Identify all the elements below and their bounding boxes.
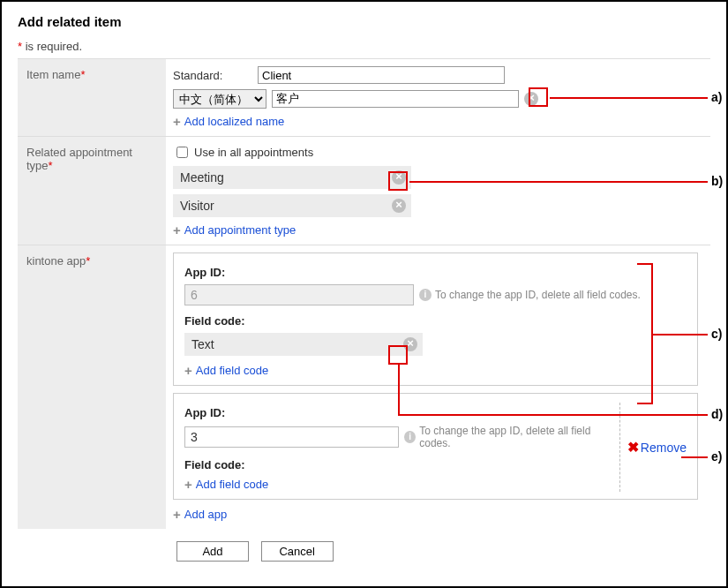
info-icon: i bbox=[419, 289, 432, 301]
remove-app-button[interactable]: ✖ Remove bbox=[627, 439, 687, 456]
kintone-app-panel: App ID: i To change the app ID, delete a… bbox=[173, 393, 698, 500]
remove-tag-icon[interactable]: × bbox=[392, 199, 406, 213]
related-type-label: Related appointment type* bbox=[18, 137, 166, 245]
item-name-label: Item name* bbox=[18, 59, 166, 136]
plus-icon: + bbox=[173, 114, 181, 129]
app-id-input[interactable] bbox=[184, 426, 399, 448]
annotation-label-c: c) bbox=[711, 327, 722, 341]
annotation-label-d: d) bbox=[711, 407, 723, 421]
app-id-hint: i To change the app ID, delete all field… bbox=[404, 425, 611, 449]
annotation-line bbox=[398, 414, 708, 416]
plus-icon: + bbox=[173, 222, 181, 237]
add-field-code-link[interactable]: + Add field code bbox=[184, 363, 268, 378]
required-note: * is required. bbox=[18, 40, 710, 53]
field-code-tag: Text × bbox=[184, 333, 423, 356]
add-button[interactable]: Add bbox=[176, 541, 249, 562]
add-app-link[interactable]: + Add app bbox=[173, 507, 227, 522]
plus-icon: + bbox=[173, 507, 181, 522]
app-id-input bbox=[184, 284, 414, 305]
add-localized-name-link[interactable]: + Add localized name bbox=[173, 114, 284, 129]
plus-icon: + bbox=[184, 477, 192, 492]
add-appointment-type-link[interactable]: + Add appointment type bbox=[173, 222, 296, 237]
annotation-line bbox=[651, 334, 708, 335]
annotation-line bbox=[550, 97, 708, 99]
asterisk-icon: * bbox=[18, 40, 22, 53]
kintone-app-panel: App ID: i To change the app ID, delete a… bbox=[173, 253, 698, 386]
annotation-line bbox=[398, 365, 400, 416]
standard-label: Standard: bbox=[173, 69, 252, 82]
app-id-hint: i To change the app ID, delete all field… bbox=[419, 289, 641, 301]
annotation-box-a bbox=[529, 87, 548, 107]
info-icon: i bbox=[404, 431, 416, 443]
appointment-type-tag: Meeting × bbox=[173, 166, 411, 189]
field-code-label: Field code: bbox=[184, 314, 687, 328]
annotation-line bbox=[409, 181, 708, 183]
cancel-button[interactable]: Cancel bbox=[261, 541, 334, 562]
use-all-label: Use in all appointments bbox=[194, 146, 313, 159]
localized-name-input[interactable] bbox=[272, 90, 519, 108]
kintone-app-label: kintone app* bbox=[18, 245, 166, 529]
app-id-label: App ID: bbox=[184, 266, 687, 279]
annotation-label-a: a) bbox=[711, 90, 722, 104]
annotation-line bbox=[637, 403, 651, 404]
x-icon: ✖ bbox=[627, 439, 639, 456]
annotation-line bbox=[637, 263, 651, 265]
annotation-label-b: b) bbox=[711, 174, 723, 188]
annotation-box-d bbox=[388, 345, 408, 365]
annotation-label-e: e) bbox=[711, 449, 722, 464]
add-field-code-link[interactable]: + Add field code bbox=[184, 477, 268, 492]
standard-name-input[interactable] bbox=[258, 66, 505, 84]
appointment-type-tag: Visitor × bbox=[173, 194, 411, 217]
language-select[interactable]: 中文（简体） bbox=[173, 89, 266, 109]
plus-icon: + bbox=[184, 363, 192, 378]
field-code-label: Field code: bbox=[184, 458, 611, 471]
page-title: Add related item bbox=[18, 14, 710, 29]
annotation-box-b bbox=[388, 171, 408, 191]
annotation-line bbox=[681, 456, 708, 458]
use-all-checkbox[interactable] bbox=[176, 147, 188, 158]
